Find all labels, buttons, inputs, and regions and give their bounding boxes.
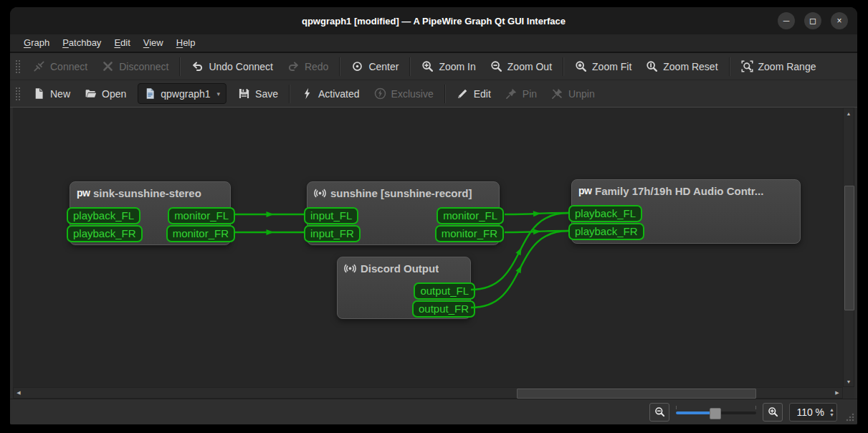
resize-grip-icon[interactable] [844,411,855,422]
menu-patchbay[interactable]: Patchbay [56,34,108,52]
port-playback_FR[interactable]: playback_FR [568,223,644,240]
node-header[interactable]: sunshine [sunshine-record] [307,182,499,199]
new-icon [33,87,45,100]
canvas-area: pwsink-sunshine-stereoplayback_FLmonitor… [13,108,854,399]
toolbar-handle[interactable] [15,60,21,74]
toolbar-button-label: Open [102,88,126,100]
zoom-slider-handle[interactable] [710,408,721,419]
zoom-range-icon [741,60,753,72]
vertical-scrollbar-thumb[interactable] [844,186,854,310]
toolbar-separator [289,85,290,103]
node-sunshine[interactable]: sunshine [sunshine-record]input_FLmonito… [307,181,500,245]
center-icon [351,60,363,72]
node-header[interactable]: pwsink-sunshine-stereo [70,182,230,199]
toolbar-button-label: Connect [50,61,87,72]
chevron-down-icon: ▾ [217,90,221,97]
pipewire-icon: pw [77,187,89,199]
menu-graph[interactable]: Graph [17,34,56,52]
connection-arrow-icon [533,211,541,217]
spinner-arrows[interactable]: ▲▼ [829,407,834,417]
redo-button: Redo [280,56,335,77]
horizontal-scrollbar[interactable]: ◀ ▶ [13,387,843,399]
toolbar-button-label: Edit [474,88,491,100]
zoom-slider-fill [676,411,715,414]
node-family-hd-audio[interactable]: pwFamily 17h/19h HD Audio Contr...playba… [571,179,801,244]
minimize-button[interactable]: ─ [778,12,795,29]
menubar: GraphPatchbayEditViewHelp [10,34,857,53]
exclusive-button: Exclusive [367,83,441,105]
undo-connect-button[interactable]: Undo Connect [184,56,280,77]
connection-sunshine.monitor_FL-to-family-hd-audio.playback_FL[interactable] [505,213,568,214]
titlebar[interactable]: qpwgraph1 [modified] — A PipeWire Graph … [10,7,857,34]
zoom-spinbox[interactable]: 110 % ▲▼ [789,403,837,422]
toolbar-button-label: Pin [523,88,537,100]
graph-canvas[interactable]: pwsink-sunshine-stereoplayback_FLmonitor… [13,108,843,387]
port-input_FL[interactable]: input_FL [304,207,358,224]
node-header[interactable]: Discord Output [338,257,470,275]
spin-up-icon[interactable]: ▲ [829,407,834,412]
zoom-value: 110 % [796,406,824,418]
scroll-left-button[interactable]: ◀ [14,388,24,398]
toolbar-button-label: Activated [318,88,360,100]
patchbay-selector[interactable]: qpwgraph1▾ [138,83,226,104]
menu-help[interactable]: Help [170,34,202,52]
spin-down-icon[interactable]: ▼ [829,412,834,417]
toolbar-button-label: Center [368,61,399,72]
close-button[interactable]: × [831,12,848,29]
port-playback_FR[interactable]: playback_FR [67,225,143,242]
zoom-slider[interactable] [676,404,756,421]
unpin-button: Unpin [544,83,602,105]
zoom-in-icon [421,60,434,72]
statusbar-zoom-in-button[interactable] [763,403,783,422]
port-playback_FL[interactable]: playback_FL [568,205,642,222]
zoom-in-button[interactable]: Zoom In [414,56,482,77]
port-output_FR[interactable]: output_FR [412,300,475,318]
center-button[interactable]: Center [344,56,406,77]
zoom-out-button[interactable]: Zoom Out [483,56,559,77]
toolbar-button-label: Unpin [568,88,595,100]
zoom-range-button[interactable]: Zoom Range [734,56,824,77]
activated-icon [301,87,313,100]
node-title: sunshine [sunshine-record] [330,187,472,199]
connection-sunshine.monitor_FR-to-family-hd-audio.playback_FR[interactable] [505,231,568,232]
scroll-down-button[interactable]: ▼ [844,376,854,386]
window-title: qpwgraph1 [modified] — A PipeWire Graph … [302,16,566,27]
scroll-up-icon: ▲ [846,111,852,116]
statusbar-zoom-out-button[interactable] [649,403,669,422]
node-header[interactable]: pwFamily 17h/19h HD Audio Contr... [572,180,800,197]
port-input_FR[interactable]: input_FR [304,225,361,242]
menu-view[interactable]: View [137,34,170,52]
zoom-fit-button[interactable]: Zoom Fit [568,56,639,77]
node-discord-output[interactable]: Discord Outputoutput_FLoutput_FR [337,257,471,319]
port-monitor_FL[interactable]: monitor_FL [437,207,504,224]
port-output_FL[interactable]: output_FL [414,282,475,300]
horizontal-scrollbar-thumb[interactable] [517,389,756,399]
edit-icon [457,87,469,100]
maximize-button[interactable]: ◻ [804,12,821,29]
slider-tick [676,406,677,409]
node-sink-sunshine-stereo[interactable]: pwsink-sunshine-stereoplayback_FLmonitor… [70,181,231,245]
toolbar-button-label: Zoom Reset [663,61,717,72]
toolbar-handle[interactable] [15,87,21,101]
activated-button[interactable]: Activated [294,83,367,105]
scroll-right-button[interactable]: ▶ [832,388,842,398]
port-monitor_FL[interactable]: monitor_FL [168,207,235,224]
zoom-out-icon [490,60,502,72]
connections-layer [13,108,843,387]
scroll-down-icon: ▼ [846,379,852,384]
new-button[interactable]: New [26,83,77,105]
port-monitor_FR[interactable]: monitor_FR [166,225,235,242]
edit-button[interactable]: Edit [449,83,498,105]
patchbay-toolbar: NewOpenqpwgraph1▾SaveActivatedExclusiveE… [10,80,857,108]
toolbar-separator [339,57,340,76]
scroll-up-button[interactable]: ▲ [844,108,854,118]
port-playback_FL[interactable]: playback_FL [67,207,140,224]
toolbar-separator [444,85,446,103]
port-monitor_FR[interactable]: monitor_FR [435,225,504,242]
open-button[interactable]: Open [77,83,133,105]
zoom-reset-button[interactable]: Zoom Reset [639,56,725,77]
menu-edit[interactable]: Edit [108,34,136,52]
save-button[interactable]: Save [231,83,285,105]
connection-arrow-icon [267,229,275,235]
vertical-scrollbar[interactable]: ▲ ▼ [843,108,854,387]
